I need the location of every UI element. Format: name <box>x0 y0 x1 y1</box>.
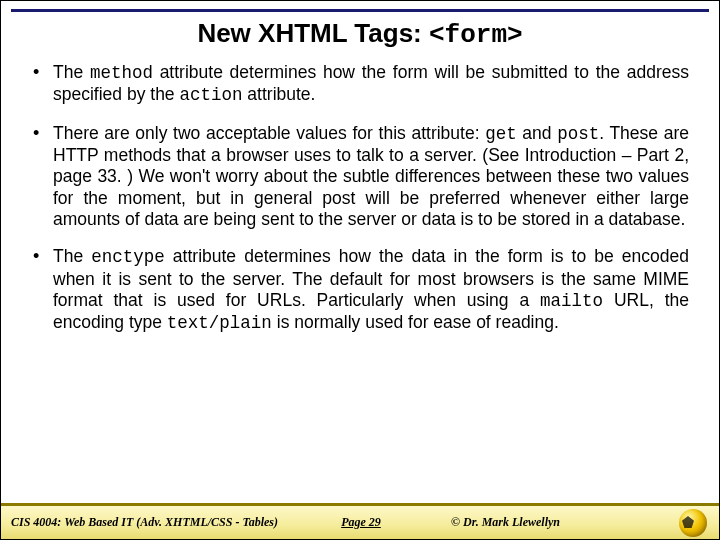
text: The <box>53 62 90 82</box>
footer-course: CIS 4004: Web Based IT (Adv. XHTML/CSS -… <box>11 515 278 530</box>
slide: New XHTML Tags: <form> The method attrib… <box>0 0 720 540</box>
code-text: action <box>179 85 242 105</box>
code-text: method <box>90 63 153 83</box>
text: The <box>53 246 91 266</box>
slide-title: New XHTML Tags: <form> <box>1 18 719 50</box>
text: There are only two acceptable values for… <box>53 123 485 143</box>
footer: CIS 4004: Web Based IT (Adv. XHTML/CSS -… <box>1 503 719 539</box>
bullet-item: There are only two acceptable values for… <box>31 123 689 231</box>
title-prefix: New XHTML Tags: <box>197 18 429 48</box>
text: is normally used for ease of reading. <box>272 312 559 332</box>
top-rule <box>11 9 709 12</box>
footer-author: © Dr. Mark Llewellyn <box>451 515 560 530</box>
code-text: get <box>485 124 517 144</box>
bullet-list: The method attribute determines how the … <box>31 62 689 335</box>
text: attribute. <box>242 84 315 104</box>
text: and <box>517 123 558 143</box>
code-text: mailto <box>540 291 603 311</box>
bullet-item: The method attribute determines how the … <box>31 62 689 107</box>
title-tag: <form> <box>429 20 523 50</box>
footer-page: Page 29 <box>341 515 381 530</box>
code-text: enctype <box>91 247 165 267</box>
slide-body: The method attribute determines how the … <box>1 62 719 503</box>
code-text: text/plain <box>167 313 272 333</box>
ucf-logo-icon <box>679 509 707 537</box>
bullet-item: The enctype attribute determines how the… <box>31 246 689 334</box>
code-text: post <box>557 124 599 144</box>
